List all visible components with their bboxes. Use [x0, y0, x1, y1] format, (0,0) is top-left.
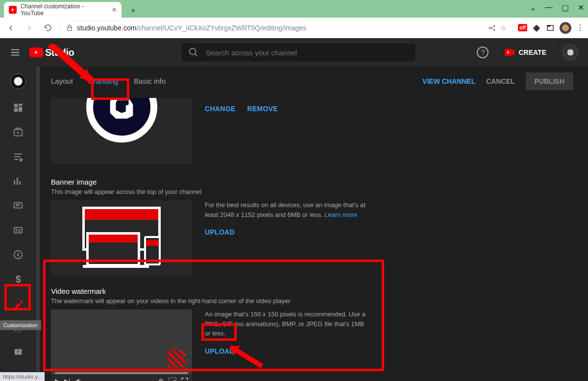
- feedback-icon[interactable]: [12, 347, 24, 358]
- volume-icon[interactable]: [75, 377, 83, 381]
- profile-picture-section: CHANGE REMOVE: [51, 98, 573, 164]
- address-bar: studio.youtube.com/channel/UCvY_iICkXoZY…: [0, 18, 588, 38]
- banner-upload-button[interactable]: UPLOAD: [205, 228, 371, 236]
- content-icon[interactable]: [12, 126, 24, 138]
- kebab-menu-icon[interactable]: ⋮: [576, 23, 584, 32]
- studio-logo[interactable]: Studio: [29, 47, 74, 58]
- extensions-icon[interactable]: [532, 24, 541, 32]
- content-area: Layout Branding Basic info VIEW CHANNEL …: [36, 67, 588, 381]
- fullscreen-icon[interactable]: [181, 378, 188, 381]
- svg-point-12: [16, 300, 17, 301]
- browser-tab[interactable]: Channel customization - YouTube ✕: [4, 2, 122, 18]
- subtitles-icon[interactable]: [12, 224, 24, 236]
- watermark-badge-icon: [168, 350, 185, 367]
- banner-preview: [51, 200, 192, 276]
- tab-title: Channel customization - YouTube: [21, 3, 108, 17]
- bookmark-star-icon[interactable]: ☆: [500, 24, 507, 32]
- window-close-icon[interactable]: ✕: [578, 3, 584, 12]
- url-field[interactable]: studio.youtube.com/channel/UCvY_iICkXoZY…: [60, 21, 513, 35]
- monetization-icon[interactable]: $: [12, 273, 24, 285]
- comments-icon[interactable]: [12, 200, 24, 212]
- watermark-hint: An image that's 150 x 150 pixels is reco…: [205, 310, 371, 338]
- create-label: CREATE: [518, 48, 546, 56]
- view-channel-link[interactable]: VIEW CHANNEL: [422, 77, 475, 85]
- dashboard-icon[interactable]: [12, 102, 24, 114]
- banner-hint: For the best results on all devices, use…: [205, 200, 371, 219]
- browser-chrome: Channel customization - YouTube ✕ + ⌄ — …: [0, 0, 588, 38]
- search-icon: [188, 47, 199, 58]
- svg-point-13: [21, 306, 22, 307]
- playlists-icon[interactable]: [12, 151, 24, 163]
- window-dropdown-icon[interactable]: ⌄: [530, 3, 536, 12]
- reload-button[interactable]: [41, 21, 55, 35]
- account-avatar[interactable]: [563, 45, 578, 60]
- banner-desc: This image will appear across the top of…: [51, 188, 573, 195]
- svg-rect-4: [14, 104, 18, 107]
- browser-status-bar: https://studio.y...: [0, 372, 45, 381]
- watermark-preview: ▶ ▶| ⚙: [51, 310, 192, 381]
- customization-tabs: Layout Branding Basic info: [51, 73, 166, 89]
- window-minimize-icon[interactable]: —: [545, 3, 553, 12]
- tab-bar: Channel customization - YouTube ✕ + ⌄ — …: [0, 0, 588, 18]
- profile-avatar-icon[interactable]: [560, 22, 571, 34]
- new-tab-button[interactable]: +: [126, 4, 140, 18]
- cancel-button[interactable]: CANCEL: [486, 77, 514, 85]
- youtube-favicon: [9, 6, 17, 14]
- tab-branding[interactable]: Branding: [89, 73, 118, 89]
- svg-rect-5: [19, 104, 22, 106]
- extensions-area: off ⋮: [518, 22, 584, 34]
- subheader: Layout Branding Basic info VIEW CHANNEL …: [36, 67, 588, 96]
- watermark-title: Video watermark: [51, 287, 573, 295]
- youtube-play-icon: [29, 48, 43, 57]
- share-icon[interactable]: [488, 24, 496, 32]
- extension-off-icon[interactable]: off: [518, 24, 527, 31]
- svg-rect-7: [14, 108, 18, 112]
- svg-rect-1: [547, 25, 550, 26]
- back-button[interactable]: [4, 21, 18, 35]
- sidebar-tooltip: Customization: [0, 320, 41, 330]
- player-controls: ▶ ▶| ⚙: [51, 374, 192, 381]
- create-button[interactable]: CREATE: [497, 44, 554, 61]
- miniplayer-icon[interactable]: [169, 378, 176, 381]
- devices-illustration: [77, 207, 166, 270]
- player-settings-icon[interactable]: ⚙: [158, 378, 164, 381]
- next-icon[interactable]: ▶|: [64, 378, 70, 381]
- tab-layout[interactable]: Layout: [51, 73, 73, 89]
- change-picture-button[interactable]: CHANGE: [205, 105, 235, 164]
- publish-button[interactable]: PUBLISH: [526, 72, 573, 90]
- close-tab-icon[interactable]: ✕: [112, 6, 117, 13]
- search-input[interactable]: [206, 48, 409, 57]
- banner-learn-more-link[interactable]: Learn more: [324, 211, 357, 218]
- svg-rect-16: [169, 378, 176, 381]
- picture-actions: CHANGE REMOVE: [205, 98, 278, 164]
- lock-icon: [66, 24, 73, 31]
- create-camera-icon: [505, 49, 514, 56]
- analytics-icon[interactable]: [12, 175, 24, 187]
- hamburger-menu-icon[interactable]: [10, 47, 21, 58]
- app-header: Studio ? CREATE: [0, 38, 588, 67]
- scrollbar-track[interactable]: [36, 67, 40, 381]
- channel-avatar[interactable]: [10, 73, 26, 89]
- help-icon[interactable]: ?: [477, 47, 489, 58]
- search-box[interactable]: [181, 43, 416, 62]
- banner-title: Banner image: [51, 178, 573, 186]
- watermark-section: Video watermark The watermark will appea…: [51, 287, 573, 381]
- forward-button[interactable]: [23, 21, 36, 35]
- tab-basic-info[interactable]: Basic info: [134, 73, 166, 89]
- channel-logo-circle: [86, 98, 157, 143]
- recent-tabs-icon[interactable]: [546, 24, 555, 32]
- sidebar: $: [0, 67, 36, 381]
- remove-picture-button[interactable]: REMOVE: [247, 105, 277, 164]
- window-controls: ⌄ — ▢ ✕: [530, 3, 584, 12]
- play-icon[interactable]: ▶: [55, 378, 59, 381]
- svg-point-2: [190, 48, 196, 55]
- banner-section: Banner image This image will appear acro…: [51, 178, 573, 276]
- window-maximize-icon[interactable]: ▢: [562, 3, 569, 12]
- copyright-icon[interactable]: [12, 249, 24, 261]
- url-text: studio.youtube.com/channel/UCvY_iICkXoZY…: [77, 24, 484, 32]
- customization-icon[interactable]: [12, 298, 24, 310]
- profile-picture-preview: [51, 98, 192, 164]
- svg-rect-6: [19, 107, 22, 112]
- watermark-upload-button[interactable]: UPLOAD: [205, 347, 371, 355]
- watermark-desc: The watermark will appear on your videos…: [51, 297, 573, 305]
